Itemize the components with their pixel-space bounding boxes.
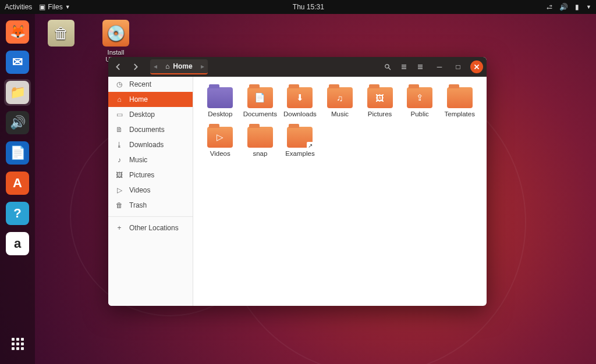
sidebar-item-label: Desktop (129, 110, 155, 119)
show-apps-button[interactable] (4, 330, 31, 357)
sidebar-item-desktop[interactable]: ▭Desktop (108, 107, 193, 122)
sidebar-item-music[interactable]: ♪Music (108, 152, 193, 167)
dock-firefox[interactable]: 🦊 (4, 19, 31, 45)
close-button[interactable] (470, 60, 483, 73)
maximize-button[interactable]: □ (452, 60, 464, 73)
dock: 🦊✉📁🔊📄A?a (0, 14, 35, 364)
rhythmbox-icon: 🔊 (6, 111, 29, 134)
folder-label: Music (331, 110, 349, 117)
svg-point-0 (385, 65, 389, 68)
dock-writer[interactable]: 📄 (4, 140, 31, 166)
activities-button[interactable]: Activities (5, 3, 32, 11)
folder-label: Templates (444, 110, 474, 117)
folder-snap[interactable]: snap (240, 124, 281, 159)
downloads-icon: ⭳ (115, 141, 123, 149)
sidebar-item-videos[interactable]: ▷Videos (108, 183, 193, 198)
folder-downloads[interactable]: ⬇Downloads (280, 85, 320, 120)
folder-examples[interactable]: ↗Examples (280, 124, 320, 159)
clock-icon: ◷ (115, 80, 123, 88)
sidebar-item-downloads[interactable]: ⭳Downloads (108, 137, 193, 152)
list-view-button[interactable] (397, 60, 411, 74)
minimize-button[interactable]: ─ (433, 60, 446, 73)
sidebar: ◷Recent⌂Home▭Desktop🗎Documents⭳Downloads… (108, 77, 193, 306)
hamburger-menu-button[interactable] (413, 60, 427, 74)
folder-label: Pictures (368, 110, 392, 117)
files-icon: 📁 (6, 81, 29, 104)
search-button[interactable] (381, 60, 395, 74)
folder-label: Documents (243, 110, 277, 117)
path-next-icon[interactable]: ▸ (198, 62, 207, 70)
sidebar-item-trash[interactable]: 🗑Trash (108, 198, 193, 213)
folder-music[interactable]: ♫Music (320, 85, 360, 120)
amazon-icon: a (6, 232, 29, 255)
sidebar-item-label: Home (129, 95, 148, 104)
volume-icon[interactable]: 🔊 (559, 3, 568, 11)
path-bar[interactable]: ◂ ⌂ Home ▸ (150, 59, 208, 74)
app-menu[interactable]: ▣ Files ▼ (39, 3, 70, 11)
dock-thunderbird[interactable]: ✉ (4, 49, 31, 76)
music-icon: ♪ (115, 156, 123, 164)
home-icon: ⌂ (115, 95, 123, 104)
files-icon: ▣ (39, 3, 45, 11)
help-icon: ? (6, 202, 29, 225)
content-area[interactable]: Desktop📄Documents⬇Downloads♫Music🖼Pictur… (193, 77, 487, 306)
sidebar-item-pictures[interactable]: 🖼Pictures (108, 167, 193, 183)
path-prev-icon[interactable]: ◂ (151, 62, 159, 70)
folder-label: Videos (210, 150, 230, 157)
apps-grid-icon (12, 338, 24, 350)
dock-software[interactable]: A (4, 170, 31, 197)
folder-icon: ♫ (327, 87, 353, 108)
dock-help[interactable]: ? (4, 200, 31, 227)
dock-files[interactable]: 📁 (4, 79, 31, 106)
forward-button[interactable] (128, 60, 142, 74)
folder-desktop[interactable]: Desktop (200, 85, 240, 120)
shortcut-arrow-icon: ↗ (307, 142, 314, 149)
folder-documents[interactable]: 📄Documents (240, 85, 281, 120)
activities-label: Activities (5, 3, 32, 11)
sidebar-item-other-locations[interactable]: +Other Locations (108, 220, 193, 235)
path-segment-home[interactable]: ⌂ Home (159, 62, 198, 70)
titlebar[interactable]: ◂ ⌂ Home ▸ ─ □ (108, 57, 487, 77)
app-menu-label: Files (48, 3, 62, 11)
sidebar-item-recent[interactable]: ◷Recent (108, 77, 193, 92)
folder-icon (447, 87, 473, 108)
sidebar-item-label: Trash (129, 201, 147, 209)
back-button[interactable] (112, 60, 126, 74)
sidebar-item-label: Music (129, 156, 147, 164)
sidebar-item-label: Recent (129, 80, 151, 88)
chevron-down-icon: ▼ (65, 4, 70, 10)
plus-icon: + (115, 224, 123, 232)
battery-icon[interactable]: ▮ (575, 3, 579, 11)
desktop-trash[interactable]: 🗑 (41, 20, 81, 70)
folder-videos[interactable]: ▷Videos (200, 124, 240, 159)
folder-pictures[interactable]: 🖼Pictures (360, 85, 400, 120)
thunderbird-icon: ✉ (6, 51, 29, 74)
files-window: ◂ ⌂ Home ▸ ─ □ ◷Recent⌂Home▭Desktop🗎Docu… (108, 57, 487, 306)
network-icon[interactable]: ⥄ (547, 3, 552, 11)
dock-amazon[interactable]: a (4, 230, 31, 257)
folder-icon: ⬇ (287, 87, 313, 108)
dock-rhythmbox[interactable]: 🔊 (4, 109, 31, 136)
desktop-icon: ▭ (115, 110, 123, 119)
folder-label: Downloads (283, 110, 317, 117)
folder-icon (247, 127, 273, 148)
path-label: Home (173, 62, 192, 70)
sidebar-item-label: Videos (129, 186, 150, 194)
clock[interactable]: Thu 15:31 (70, 3, 547, 11)
folder-label: Public (410, 110, 428, 117)
sidebar-item-label: Other Locations (129, 224, 179, 232)
top-panel: Activities ▣ Files ▼ Thu 15:31 ⥄ 🔊 ▮ ▼ (0, 0, 596, 14)
folder-templates[interactable]: Templates (439, 85, 480, 120)
system-menu-chevron-icon[interactable]: ▼ (586, 4, 591, 10)
trash-icon: 🗑 (115, 201, 123, 209)
sidebar-item-documents[interactable]: 🗎Documents (108, 122, 193, 137)
writer-icon: 📄 (6, 141, 29, 165)
folder-label: snap (253, 150, 267, 157)
pictures-icon: 🖼 (115, 171, 123, 179)
folder-icon (207, 87, 233, 108)
folder-public[interactable]: ⇪Public (400, 85, 440, 120)
folder-icon: ↗ (287, 127, 313, 148)
sidebar-item-home[interactable]: ⌂Home (108, 92, 193, 107)
sidebar-item-label: Pictures (129, 171, 154, 179)
documents-icon: 🗎 (115, 126, 123, 134)
